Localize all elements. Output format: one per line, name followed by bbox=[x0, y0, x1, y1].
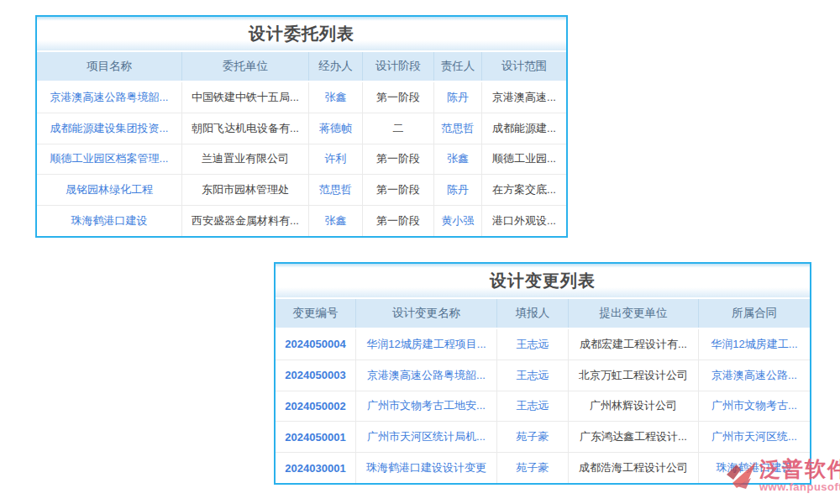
cell-link[interactable]: 王志远 bbox=[497, 391, 569, 422]
cell-text: 兰迪置业有限公司 bbox=[182, 144, 309, 175]
cell-text: 中国铁建中铁十五局... bbox=[182, 82, 309, 113]
cell-text: 在方案交底... bbox=[482, 175, 566, 205]
cell-link[interactable]: 京港澳高速公路粤境韶... bbox=[37, 82, 182, 113]
table-body: 2024050004华润12城房建工程项目...王志远成都宏建工程设计有...华… bbox=[276, 329, 810, 483]
table-row: 2024050004华润12城房建工程项目...王志远成都宏建工程设计有...华… bbox=[276, 329, 810, 360]
table-row: 京港澳高速公路粤境韶...中国铁建中铁十五局...张鑫第一阶段陈丹京港澳高速..… bbox=[37, 82, 566, 113]
cell-link[interactable]: 2024050003 bbox=[276, 360, 356, 391]
table-row: 晟铭园林绿化工程东阳市园林管理处范思哲第一阶段陈丹在方案交底... bbox=[37, 175, 566, 206]
cell-link[interactable]: 珠海鹤港口建设 bbox=[699, 453, 810, 483]
cell-link[interactable]: 范思哲 bbox=[434, 113, 482, 144]
cell-link[interactable]: 蒋德帧 bbox=[309, 113, 363, 144]
cell-link[interactable]: 苑子豪 bbox=[497, 453, 569, 483]
cell-text: 广州林辉设计公司 bbox=[569, 391, 699, 422]
cell-link[interactable]: 张鑫 bbox=[309, 206, 363, 236]
cell-text: 第一阶段 bbox=[363, 175, 434, 205]
table-title: 设计变更列表 bbox=[276, 264, 810, 297]
column-header: 所属合同 bbox=[699, 299, 810, 328]
column-header: 设计阶段 bbox=[363, 52, 434, 81]
table-row: 2024050001广州市天河区统计局机...苑子豪广东鸿达鑫工程设计...广州… bbox=[276, 422, 810, 453]
cell-text: 成都浩海工程设计公司 bbox=[569, 453, 699, 483]
column-header: 填报人 bbox=[497, 299, 569, 328]
cell-link[interactable]: 广州市天河区统... bbox=[699, 422, 810, 452]
table-header-row: 变更编号设计变更名称填报人提出变更单位所属合同 bbox=[276, 297, 810, 329]
column-header: 设计变更名称 bbox=[356, 299, 497, 328]
cell-link[interactable]: 华润12城房建工程项目... bbox=[356, 329, 497, 360]
column-header: 设计范围 bbox=[482, 52, 566, 81]
cell-link[interactable]: 黄小强 bbox=[434, 206, 482, 236]
table-row: 2024030001珠海鹤港口建设设计变更苑子豪成都浩海工程设计公司珠海鹤港口建… bbox=[276, 453, 810, 483]
column-header: 委托单位 bbox=[182, 52, 309, 81]
cell-link[interactable]: 广州市文物考古... bbox=[699, 391, 810, 422]
cell-link[interactable]: 华润12城房建工... bbox=[699, 329, 810, 360]
column-header: 提出变更单位 bbox=[569, 299, 699, 328]
cell-text: 第一阶段 bbox=[363, 144, 434, 175]
table-title: 设计委托列表 bbox=[37, 17, 566, 50]
cell-link[interactable]: 京港澳高速公路粤境韶... bbox=[356, 360, 497, 391]
table-body: 京港澳高速公路粤境韶...中国铁建中铁十五局...张鑫第一阶段陈丹京港澳高速..… bbox=[37, 82, 566, 236]
cell-link[interactable]: 2024030001 bbox=[276, 453, 356, 483]
table-row: 顺德工业园区档案管理...兰迪置业有限公司许利第一阶段张鑫顺德工业园... bbox=[37, 144, 566, 176]
cell-link[interactable]: 京港澳高速公路... bbox=[699, 360, 810, 391]
cell-link[interactable]: 广州市文物考古工地安... bbox=[356, 391, 497, 422]
table-header-row: 项目名称委托单位经办人设计阶段责任人设计范围 bbox=[37, 50, 566, 82]
cell-link[interactable]: 王志远 bbox=[497, 360, 569, 391]
cell-text: 二 bbox=[363, 113, 434, 144]
cell-text: 朝阳飞达机电设备有... bbox=[182, 113, 309, 144]
cell-text: 东阳市园林管理处 bbox=[182, 175, 309, 205]
cell-link[interactable]: 晟铭园林绿化工程 bbox=[37, 175, 182, 205]
table-row: 珠海鹤港口建设西安盛器金属材料有...张鑫第一阶段黄小强港口外观设... bbox=[37, 206, 566, 236]
column-header: 经办人 bbox=[309, 52, 363, 81]
cell-text: 顺德工业园... bbox=[482, 144, 566, 175]
cell-text: 第一阶段 bbox=[363, 82, 434, 113]
cell-text: 第一阶段 bbox=[363, 206, 434, 236]
table-row: 成都能源建设集团投资...朝阳飞达机电设备有...蒋德帧二范思哲成都能源建... bbox=[37, 113, 566, 144]
cell-text: 西安盛器金属材料有... bbox=[182, 206, 309, 236]
cell-link[interactable]: 范思哲 bbox=[309, 175, 363, 205]
cell-link[interactable]: 张鑫 bbox=[434, 144, 482, 175]
cell-link[interactable]: 2024050004 bbox=[276, 329, 356, 360]
cell-link[interactable]: 珠海鹤港口建设 bbox=[37, 206, 182, 236]
cell-text: 北京万虹工程设计公司 bbox=[569, 360, 699, 391]
cell-link[interactable]: 陈丹 bbox=[434, 175, 482, 205]
column-header: 责任人 bbox=[434, 52, 482, 81]
cell-link[interactable]: 珠海鹤港口建设设计变更 bbox=[356, 453, 497, 483]
cell-text: 京港澳高速... bbox=[482, 82, 566, 113]
cell-link[interactable]: 顺德工业园区档案管理... bbox=[37, 144, 182, 175]
table-row: 2024050002广州市文物考古工地安...王志远广州林辉设计公司广州市文物考… bbox=[276, 391, 810, 423]
column-header: 项目名称 bbox=[37, 52, 182, 81]
column-header: 变更编号 bbox=[276, 299, 356, 328]
cell-text: 广东鸿达鑫工程设计... bbox=[569, 422, 699, 452]
cell-link[interactable]: 苑子豪 bbox=[497, 422, 569, 452]
cell-link[interactable]: 广州市天河区统计局机... bbox=[356, 422, 497, 452]
table-row: 2024050003京港澳高速公路粤境韶...王志远北京万虹工程设计公司京港澳高… bbox=[276, 360, 810, 391]
cell-text: 成都能源建... bbox=[482, 113, 566, 144]
cell-link[interactable]: 张鑫 bbox=[309, 82, 363, 113]
cell-link[interactable]: 成都能源建设集团投资... bbox=[37, 113, 182, 144]
cell-link[interactable]: 王志远 bbox=[497, 329, 569, 360]
cell-text: 成都宏建工程设计有... bbox=[569, 329, 699, 360]
cell-link[interactable]: 许利 bbox=[309, 144, 363, 175]
design-change-table: 设计变更列表 变更编号设计变更名称填报人提出变更单位所属合同 202405000… bbox=[274, 262, 811, 485]
cell-text: 港口外观设... bbox=[482, 206, 566, 236]
cell-link[interactable]: 陈丹 bbox=[434, 82, 482, 113]
design-commission-table: 设计委托列表 项目名称委托单位经办人设计阶段责任人设计范围 京港澳高速公路粤境韶… bbox=[35, 15, 568, 238]
cell-link[interactable]: 2024050001 bbox=[276, 422, 356, 452]
cell-link[interactable]: 2024050002 bbox=[276, 391, 356, 422]
